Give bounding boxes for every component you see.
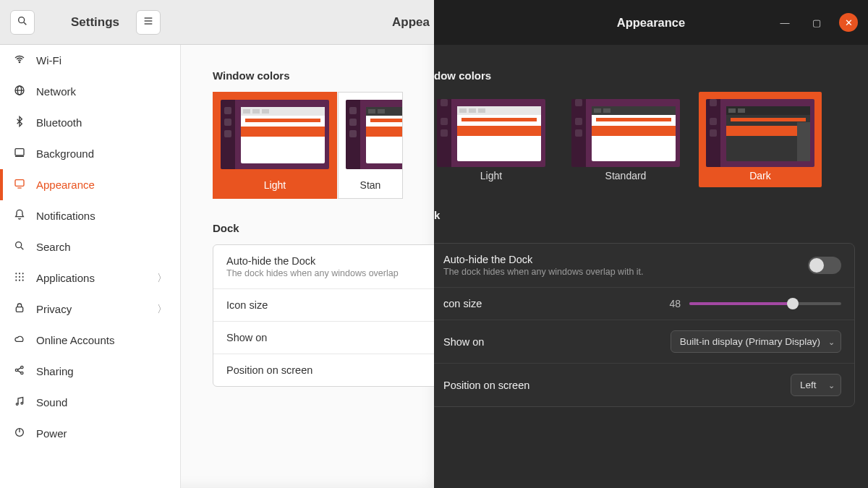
theme-label: Standard [564, 170, 687, 181]
svg-point-20 [22, 276, 24, 278]
app-title: Settings [71, 15, 119, 30]
sidebar-item-applications[interactable]: Applications〉 [0, 262, 180, 294]
svg-point-23 [22, 280, 24, 281]
network-icon [13, 85, 26, 98]
autohide-label: Auto-hide the Dock [443, 254, 644, 265]
dock-row-autohide: Auto-hide the DockThe dock hides when an… [434, 244, 854, 288]
iconsize-slider[interactable] [689, 302, 841, 305]
sidebar-item-label: Online Accounts [36, 334, 114, 346]
search-icon [17, 15, 28, 30]
iconsize-value: 48 [669, 298, 681, 309]
position-label: Position on screen [443, 380, 529, 391]
svg-rect-24 [16, 307, 22, 312]
theme-card-light[interactable]: Light [434, 92, 553, 187]
theme-selector-dark: Light Standard Dark [434, 92, 855, 187]
sidebar-item-search[interactable]: Search [0, 231, 180, 262]
content-dark: dow colors Light Standard Dark k Auto-hi… [434, 45, 868, 407]
dock-row-iconsize[interactable]: Icon size 48 [213, 289, 434, 322]
slider-thumb-icon [787, 298, 799, 309]
chevron-down-icon: ⌄ [828, 380, 835, 390]
privacy-icon [13, 302, 26, 316]
search-icon [13, 240, 26, 254]
theme-card-light[interactable]: Light [213, 92, 337, 199]
dock-row-showon: Show on Built-in display (Primary Displa… [434, 320, 854, 364]
iconsize-label: con size [443, 298, 482, 309]
theme-label: Stan [339, 174, 402, 198]
sound-icon [13, 395, 26, 409]
theme-card-dark[interactable]: Dark [699, 92, 822, 187]
svg-rect-11 [15, 180, 24, 187]
maximize-button[interactable]: ▢ [807, 13, 826, 32]
chevron-right-icon: 〉 [157, 303, 167, 316]
applications-icon [13, 271, 26, 285]
theme-card-standard[interactable]: Stan [338, 92, 403, 199]
sidebar-item-label: Background [36, 147, 94, 160]
theme-preview-icon [437, 99, 545, 167]
settings-window-dark: Appearance — ▢ ✕ dow colors Light Standa… [434, 0, 868, 488]
sidebar-item-label: Sharing [36, 365, 74, 377]
theme-label: Light [434, 170, 553, 181]
svg-point-30 [16, 403, 18, 406]
dock-row-position[interactable]: Position on screen [213, 354, 434, 386]
svg-point-31 [21, 402, 23, 404]
bluetooth-icon [13, 116, 26, 129]
sidebar-item-wifi[interactable]: Wi-Fi [0, 45, 180, 76]
sidebar-item-label: Search [36, 241, 71, 253]
sidebar-item-label: Privacy [36, 303, 72, 315]
svg-point-15 [15, 273, 17, 274]
close-icon: ✕ [845, 17, 853, 28]
appearance-icon [13, 178, 26, 192]
svg-point-18 [15, 276, 17, 278]
dock-title: Dock [213, 222, 434, 234]
theme-selector-light: Light Stan [213, 92, 434, 199]
showon-value: Built-in display (Primary Display) [680, 336, 820, 347]
svg-rect-9 [15, 149, 24, 155]
sidebar-item-appearance[interactable]: Appearance [0, 169, 180, 200]
dock-row-position: Position on screen Left⌄ [434, 364, 854, 406]
sidebar-item-online-accounts[interactable]: Online Accounts [0, 325, 180, 356]
chevron-right-icon: 〉 [157, 272, 167, 285]
hamburger-button[interactable] [136, 10, 161, 35]
sidebar-item-sharing[interactable]: Sharing [0, 356, 180, 387]
sidebar-item-label: Power [36, 427, 67, 440]
autohide-label: Auto-hide the Dock [226, 255, 399, 267]
toggle-knob-icon [809, 258, 824, 273]
header-bar-dark: Appearance — ▢ ✕ [434, 0, 868, 45]
sidebar-item-sound[interactable]: Sound [0, 387, 180, 418]
sidebar-item-bluetooth[interactable]: Bluetooth [0, 107, 180, 138]
theme-preview-icon [346, 100, 403, 169]
position-label: Position on screen [226, 364, 312, 376]
dock-row-showon[interactable]: Show on [213, 322, 434, 354]
svg-point-22 [19, 280, 20, 281]
position-select[interactable]: Left⌄ [791, 374, 841, 396]
autohide-sub: The dock hides when any windows overlap … [443, 267, 644, 277]
sidebar-item-background[interactable]: Background [0, 138, 180, 169]
autohide-sub: The dock hides when any windows overlap [226, 268, 399, 278]
cloud-icon [13, 333, 26, 347]
theme-card-standard[interactable]: Standard [564, 92, 687, 187]
search-button[interactable] [10, 10, 35, 35]
theme-preview-icon [221, 100, 329, 169]
showon-select[interactable]: Built-in display (Primary Display)⌄ [671, 330, 841, 353]
sidebar-item-label: Network [36, 85, 76, 98]
svg-point-0 [19, 17, 25, 22]
minimize-icon: — [780, 17, 790, 28]
sidebar-item-label: Bluetooth [36, 116, 82, 129]
dock-title-dark: k [434, 209, 855, 221]
sidebar-item-notifications[interactable]: Notifications [0, 200, 180, 231]
position-value: Left [800, 380, 817, 390]
sidebar-item-privacy[interactable]: Privacy〉 [0, 294, 180, 325]
iconsize-label: Icon size [226, 299, 268, 311]
hamburger-icon [142, 15, 154, 30]
autohide-toggle[interactable] [808, 257, 841, 274]
minimize-button[interactable]: — [775, 13, 794, 32]
close-button[interactable]: ✕ [839, 13, 858, 32]
svg-line-29 [17, 371, 21, 373]
theme-preview-icon [706, 99, 814, 167]
dock-row-autohide[interactable]: Auto-hide the DockThe dock hides when an… [213, 245, 434, 289]
window-colors-title-dark: dow colors [434, 69, 855, 82]
sidebar-item-power[interactable]: Power [0, 418, 180, 449]
sidebar-item-network[interactable]: Network [0, 76, 180, 107]
chevron-down-icon: ⌄ [828, 337, 835, 346]
theme-label: Light [213, 174, 336, 198]
